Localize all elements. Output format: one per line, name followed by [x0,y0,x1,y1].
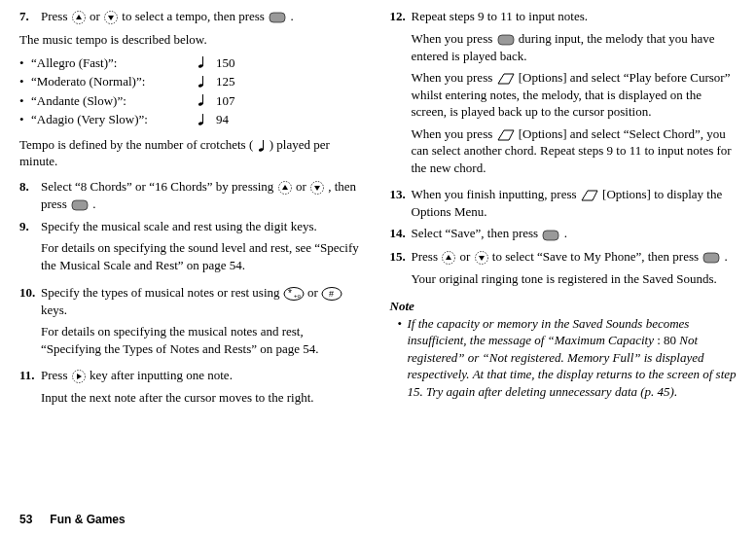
down-icon [474,250,489,266]
text: Input the next note after the cursor mov… [41,389,367,407]
tempo-label: “Moderato (Normal)”: [31,73,197,90]
note-text: If the capacity or memory in the Saved S… [408,315,738,401]
page-number: 53 [19,512,47,527]
step-11: 11. Press key after inputting one note. … [19,367,367,411]
text: When you press [Options] and select “Sel… [412,125,738,177]
text: keys. [41,303,67,317]
step-body: Specify the musical scale and rest using… [41,218,367,279]
tempo-row: • “Allegro (Fast)”: 150 [19,54,367,72]
text: or [307,285,321,300]
bullet: • [398,315,408,401]
tempo-value: 107 [216,92,235,110]
tempo-label: “Allegro (Fast)”: [31,54,197,72]
note-body: • If the capacity or memory in the Saved… [398,315,738,401]
text: to select “Save to My Phone”, then press [492,249,702,264]
text: or [90,9,103,23]
text: When you press [Options] and select “Pla… [412,69,738,121]
text: Specify the types of musical notes or re… [41,284,367,319]
step-15: 15. Press or to select “Save to My Phone… [390,248,738,293]
bullet: • [19,92,31,110]
down-icon [309,180,325,196]
center-button-icon [70,197,90,213]
bullet: • [19,54,31,72]
hash-key-icon [321,286,342,302]
step-8: 8. Select “8 Chords” or “16 Chords” by p… [19,178,367,213]
tempo-label: “Adagio (Very Slow)”: [31,111,197,128]
step-10: 10. Specify the types of musical notes o… [19,284,367,363]
text: Press [41,9,71,23]
bullet: • [19,111,31,128]
step-body: Select “Save”, then press . [412,225,738,242]
text: Specify the musical scale and rest using… [41,218,367,235]
step-body: Specify the types of musical notes or re… [41,284,367,363]
page-columns: 7. Press or to select a tempo, then pres… [19,8,737,502]
tempo-label: “Andante (Slow)”: [31,92,197,110]
text: . [92,196,95,211]
text: When you press [412,126,496,141]
step-7: 7. Press or to select a tempo, then pres… [19,8,367,25]
step-9: 9. Specify the musical scale and rest us… [19,218,367,279]
left-column: 7. Press or to select a tempo, then pres… [19,8,367,502]
tempo-definition: Tempo is defined by the number of crotch… [19,136,367,170]
text: . [290,9,293,23]
text: Select “8 Chords” or “16 Chords” by pres… [41,179,277,194]
text: Specify the types of musical notes or re… [41,285,283,300]
up-icon [71,10,87,25]
up-icon [277,180,293,196]
step-number: 11. [19,367,41,411]
text: : 80 [657,333,679,347]
text: Select “Save”, then press [412,226,542,240]
step-number: 9. [19,218,41,279]
text: key after inputting one note. [90,368,233,382]
text: Press key after inputting one note. [41,367,367,384]
softkey-icon [580,189,599,202]
step-number: 7. [19,8,41,25]
text: Your original ringing tone is registered… [412,270,738,288]
tempo-list: • “Allegro (Fast)”: 150 • “Moderato (Nor… [19,54,367,128]
step-14: 14. Select “Save”, then press . [390,225,738,242]
text: When you press [412,31,496,46]
step-body: Press or to select “Save to My Phone”, t… [412,248,738,293]
right-icon [71,369,87,384]
softkey-icon [496,128,516,142]
text: Repeat steps 9 to 11 to input notes. [412,8,738,25]
right-column: 12. Repeat steps 9 to 11 to input notes.… [390,8,738,502]
tempo-value: 125 [216,73,235,90]
text: For details on specifying the musical no… [41,323,367,357]
crotchet-icon [197,75,216,89]
text: . [564,226,567,240]
step-body: When you finish inputting, press [Option… [412,186,738,220]
step-body: Press key after inputting one note. Inpu… [41,367,367,411]
crotchet-icon [197,113,216,126]
up-icon [441,250,456,266]
text: or [296,179,309,194]
text: When you press during input, the melody … [412,30,738,65]
step-number: 14. [390,225,412,242]
softkey-icon [496,72,516,86]
center-button-icon [702,250,721,266]
step-number: 10. [19,284,41,363]
center-button-icon [541,228,560,243]
text: For details on specifying the sound leve… [41,239,367,273]
text: Press [41,368,71,382]
text: If the capacity or memory in the Saved S… [408,316,690,348]
text: to select a tempo, then press [122,9,268,23]
text: Tempo is defined by the number of crotch… [19,137,257,152]
step-body: Press or to select a tempo, then press . [41,8,367,25]
center-button-icon [268,10,287,25]
step-body: Repeat steps 9 to 11 to input notes. Whe… [412,8,738,181]
text: When you press [412,70,496,85]
step-number: 8. [19,178,41,213]
crotchet-icon [197,55,216,69]
text: When you finish inputting, press [412,187,580,201]
tempo-row: • “Adagio (Very Slow)”: 94 [19,111,367,128]
text: or [459,249,473,264]
star-key-icon [283,286,305,302]
section-title: Fun & Games [50,513,125,526]
crotchet-icon [197,93,216,107]
step-body: Select “8 Chords” or “16 Chords” by pres… [41,178,367,213]
text: Press [412,249,442,264]
tempo-row: • “Andante (Slow)”: 107 [19,92,367,110]
crotchet-icon [257,139,267,153]
bullet: • [19,73,31,90]
